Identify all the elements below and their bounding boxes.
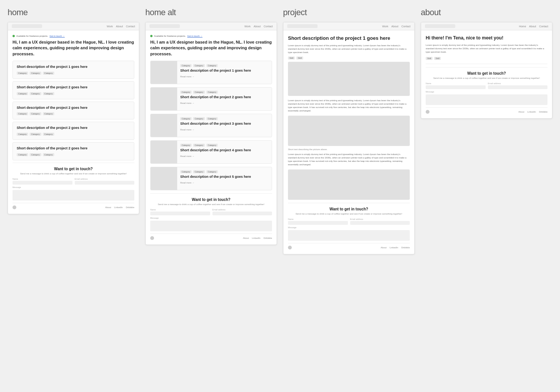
footer-links: About LinkedIn Dribbble [105, 206, 134, 209]
alt-project-card-1[interactable]: Category Category Category Short descrip… [150, 87, 272, 111]
contact-desc-alt: Send me a message to drink a cup of coff… [150, 203, 272, 205]
project-footer-dribbble[interactable]: Dribbble [401, 246, 410, 249]
name-label-alt: Name [150, 209, 210, 211]
alt-tags-3: Category Category Category [180, 144, 269, 147]
project-0-tags: Category Category Category [17, 72, 130, 75]
project-email-wrapper: Email address [350, 218, 410, 225]
project-content: Short description of the project 1 goes … [283, 30, 414, 254]
project-column: project Work About Contact Short descrip… [283, 8, 415, 254]
about-name-input[interactable] [426, 85, 486, 89]
read-more-2[interactable]: Read more → [180, 129, 269, 131]
get-in-touch-link[interactable]: Get in touch → [187, 35, 203, 37]
project-card-3[interactable]: Short description of the project 2 goes … [13, 122, 134, 140]
about-message-textarea[interactable] [426, 94, 547, 105]
alt-project-card-3[interactable]: Category Category Category Short descrip… [150, 140, 272, 164]
home-label: home [8, 8, 139, 17]
read-more-3[interactable]: Read more → [180, 155, 269, 157]
tag-2: Category [43, 92, 54, 95]
about-browser-bar: Home About Contact [421, 22, 552, 30]
footer-links-alt: About LinkedIn Dribbble [243, 237, 272, 239]
project-card-1[interactable]: Short description of the project 2 goes … [13, 81, 134, 99]
project-footer-about[interactable]: About [381, 246, 387, 249]
message-textarea[interactable] [13, 190, 134, 201]
project-email-input[interactable] [350, 221, 410, 225]
read-more-1[interactable]: Read more → [180, 102, 269, 104]
about-contact-desc: Send me a message to drink a cup of coff… [426, 77, 547, 79]
project-nav-contact[interactable]: Contact [401, 25, 411, 28]
project-message-textarea[interactable] [288, 230, 410, 241]
footer-about-alt[interactable]: About [243, 237, 249, 239]
message-textarea-alt[interactable] [150, 221, 272, 231]
get-in-touch-link[interactable]: Get in touch → [50, 35, 65, 37]
alt-project-card-0[interactable]: Category Category Category Short descrip… [150, 61, 272, 84]
read-more-4[interactable]: Read more → [180, 182, 269, 184]
alt-project-title-1: Short description of the project 2 goes … [180, 95, 269, 100]
about-footer-links: About LinkedIn Dribbble [518, 111, 547, 113]
footer-linkedin[interactable]: LinkedIn [114, 206, 123, 209]
footer-about[interactable]: About [105, 206, 111, 209]
about-nav-home[interactable]: Home [519, 25, 526, 28]
available-badge: Available for freelance projects. Get in… [13, 35, 134, 37]
project-card-0[interactable]: Short description of the project 1 goes … [13, 61, 134, 79]
project-3-tags: Category Category Category [17, 133, 130, 136]
about-divider [426, 64, 547, 64]
footer-logo [13, 205, 16, 209]
about-footer-dribbble[interactable]: Dribbble [539, 111, 547, 113]
footer-dribbble[interactable]: Dribbble [126, 206, 134, 209]
about-footer-about[interactable]: About [518, 111, 524, 113]
project-1-tags: Category Category Category [17, 92, 130, 95]
email-input[interactable] [75, 181, 135, 185]
tag-2: Category [43, 112, 54, 115]
project-desc-2: Lorem ipsum is simply dummy text of the … [288, 153, 410, 166]
project-hero-desc: Lorem ipsum is simply dummy text of the … [288, 44, 410, 54]
about-footer: About LinkedIn Dribbble [426, 107, 547, 114]
home-nav-about[interactable]: About [116, 25, 123, 28]
home-alt-nav-contact[interactable]: Contact [264, 25, 273, 28]
about-email-wrapper: Email address [488, 82, 548, 89]
available-badge-alt: Available for freelance projects. Get in… [150, 35, 272, 37]
home-address-bar [12, 24, 42, 28]
home-content: Available for freelance projects. Get in… [8, 30, 139, 214]
home-alt-nav-work[interactable]: Work [244, 25, 250, 28]
project-name-input[interactable] [288, 221, 348, 225]
alt-project-content-3: Category Category Category Short descrip… [180, 141, 272, 163]
project-browser: Work About Contact Short description of … [283, 22, 415, 254]
about-skill-0: Skill [426, 57, 433, 60]
contact-desc: Send me a message to drink a cup of coff… [13, 172, 134, 175]
alt-project-card-4[interactable]: Category Category Category Short descrip… [150, 167, 272, 190]
project-3-title: Short description of the project 2 goes … [17, 126, 130, 130]
project-footer-linkedin[interactable]: LinkedIn [390, 246, 398, 249]
name-input[interactable] [13, 181, 72, 185]
read-more-0[interactable]: Read more → [180, 75, 269, 78]
about-form-row: Name Email address [426, 82, 547, 89]
project-image-3 [288, 169, 410, 200]
project-card-4[interactable]: Short description of the project 2 goes … [13, 142, 134, 160]
alt-project-title-3: Short description of the project 4 goes … [180, 148, 269, 153]
name-field-wrapper-alt: Name [150, 209, 210, 215]
about-nav-about[interactable]: About [529, 25, 536, 28]
alt-tags-1: Category Category Category [180, 91, 269, 94]
about-skill-1: Skill [434, 57, 441, 60]
name-input-alt[interactable] [150, 212, 210, 215]
project-0-title: Short description of the project 1 goes … [17, 65, 130, 69]
about-nav-contact[interactable]: Contact [539, 25, 548, 28]
email-input-alt[interactable] [212, 212, 272, 215]
footer-dribbble-alt[interactable]: Dribbble [264, 237, 272, 239]
home-nav-work[interactable]: Work [107, 25, 113, 28]
project-nav-about[interactable]: About [392, 25, 398, 28]
home-alt-hero-title: Hi, I am a UX designer based in the Hagu… [150, 39, 272, 57]
tag-2: Category [43, 153, 54, 156]
project-card-2[interactable]: Short description of the project 2 goes … [13, 102, 134, 120]
project-browser-bar: Work About Contact [283, 22, 414, 30]
alt-project-img-0 [151, 61, 177, 84]
about-email-input[interactable] [488, 85, 548, 89]
alt-tags-4: Category Category Category [180, 170, 269, 173]
home-alt-nav-about[interactable]: About [254, 25, 261, 28]
about-footer-linkedin[interactable]: LinkedIn [527, 111, 536, 113]
about-name-label: Name [426, 82, 486, 85]
home-nav-contact[interactable]: Contact [126, 25, 135, 28]
alt-project-card-2[interactable]: Category Category Category Short descrip… [150, 114, 272, 137]
footer-linkedin-alt[interactable]: LinkedIn [252, 237, 261, 239]
project-form-row: Name Email address [288, 218, 410, 225]
project-nav-work[interactable]: Work [382, 25, 388, 28]
